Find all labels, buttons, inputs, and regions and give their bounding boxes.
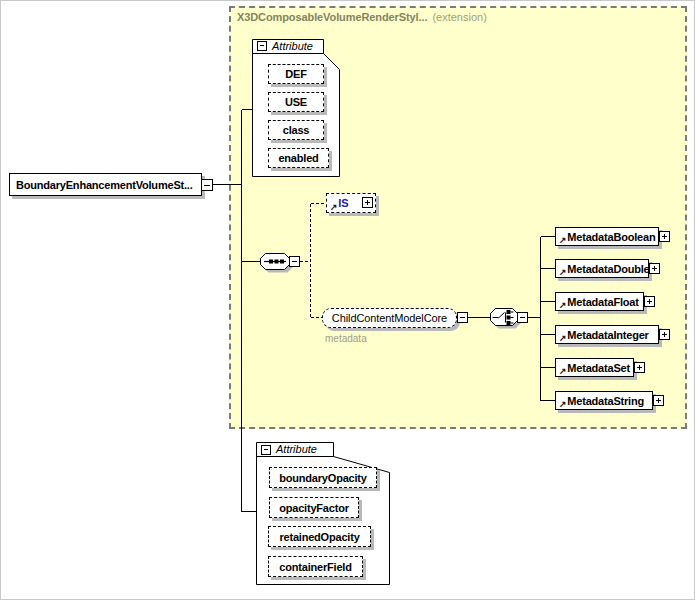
attribute-group-collapse-icon[interactable]	[257, 41, 267, 51]
attribute-def[interactable]: DEF	[268, 64, 324, 84]
reference-arrow-icon: ↗	[559, 267, 566, 277]
attribute-retainedopacity[interactable]: retainedOpacity	[268, 526, 371, 547]
root-collapse-icon[interactable]	[201, 179, 213, 191]
schema-diagram-canvas: X3DComposableVolumeRenderStyl...(extensi…	[0, 0, 695, 600]
reference-arrow-icon: ↗	[330, 202, 337, 212]
attribute-retainedopacity-label: retainedOpacity	[279, 531, 359, 543]
metadatainteger-expand-icon[interactable]	[659, 329, 670, 340]
metadataboolean-expand-icon[interactable]	[659, 231, 670, 242]
element-metadatadouble-label: MetadataDouble	[567, 263, 649, 275]
element-metadataset-label: MetadataSet	[567, 362, 630, 374]
element-metadatainteger-label: MetadataInteger	[567, 329, 648, 341]
attribute-def-label: DEF	[285, 68, 306, 80]
reference-arrow-icon: ↗	[559, 300, 566, 310]
root-element-node[interactable]: BoundaryEnhancementVolumeSt...	[9, 173, 202, 196]
reference-arrow-icon: ↗	[559, 399, 566, 409]
attribute-containerfield[interactable]: containerField	[268, 556, 363, 577]
metadatastring-expand-icon[interactable]	[653, 395, 664, 406]
childcontent-collapse-icon[interactable]	[457, 312, 468, 323]
metadataset-expand-icon[interactable]	[634, 362, 645, 373]
group-childcontentmodelcore-label: ChildContentModelCore	[332, 312, 447, 324]
metadatafloat-expand-icon[interactable]	[644, 296, 655, 307]
attribute-use[interactable]: USE	[268, 92, 324, 112]
reference-arrow-icon: ↗	[559, 235, 566, 245]
attribute-group-2-collapse-icon[interactable]	[261, 445, 271, 455]
attribute-class-label: class	[283, 124, 310, 136]
attribute-group-2-label: Attribute	[276, 443, 317, 455]
attribute-group-label: Attribute	[272, 40, 313, 52]
metadata-annotation: metadata	[325, 333, 367, 344]
attribute-boundaryopacity[interactable]: boundaryOpacity	[269, 467, 377, 488]
reference-arrow-icon: ↗	[559, 333, 566, 343]
element-metadatastring[interactable]: ↗ MetadataString	[555, 391, 653, 410]
element-metadatafloat[interactable]: ↗ MetadataFloat	[555, 292, 644, 311]
element-metadataboolean[interactable]: ↗ MetadataBoolean	[555, 227, 659, 246]
metadatadouble-expand-icon[interactable]	[649, 263, 660, 274]
is-expand-icon[interactable]	[362, 197, 373, 208]
element-metadatadouble[interactable]: ↗ MetadataDouble	[555, 259, 649, 278]
element-metadatafloat-label: MetadataFloat	[567, 296, 638, 308]
attribute-containerfield-label: containerField	[279, 561, 351, 573]
attribute-enabled-label: enabled	[278, 152, 318, 164]
attribute-use-label: USE	[285, 96, 307, 108]
attribute-boundaryopacity-label: boundaryOpacity	[279, 472, 366, 484]
element-metadatainteger[interactable]: ↗ MetadataInteger	[555, 325, 659, 344]
choice-indicator[interactable]	[491, 309, 521, 329]
attribute-opacityfactor-label: opacityFactor	[279, 502, 349, 514]
element-metadatastring-label: MetadataString	[567, 395, 644, 407]
sequence-indicator[interactable]	[261, 254, 293, 273]
choice-collapse-icon[interactable]	[517, 312, 528, 323]
element-is[interactable]: ↗ IS	[326, 193, 376, 213]
reference-arrow-icon: ↗	[559, 366, 566, 376]
root-element-label: BoundaryEnhancementVolumeSt...	[16, 179, 193, 191]
attribute-opacityfactor[interactable]: opacityFactor	[269, 497, 359, 518]
element-metadataset[interactable]: ↗ MetadataSet	[555, 358, 634, 377]
group-childcontentmodelcore[interactable]: ChildContentModelCore	[322, 308, 457, 328]
attribute-enabled[interactable]: enabled	[268, 148, 329, 168]
sequence-collapse-icon[interactable]	[289, 256, 300, 267]
element-metadataboolean-label: MetadataBoolean	[567, 231, 655, 243]
element-is-label: IS	[338, 197, 348, 209]
attribute-class[interactable]: class	[268, 120, 324, 140]
